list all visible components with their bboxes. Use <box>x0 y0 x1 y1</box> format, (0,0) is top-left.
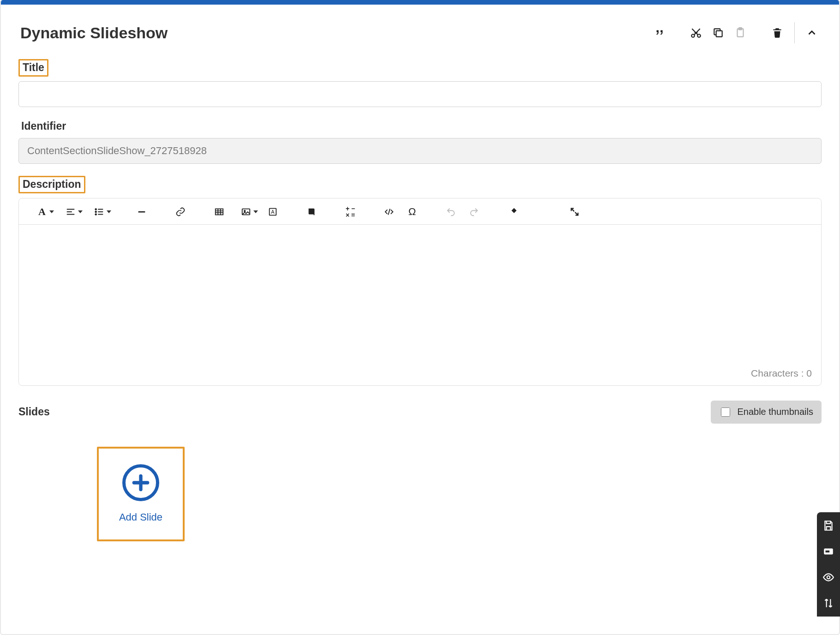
editor-body[interactable] <box>19 225 821 363</box>
reorder-icon[interactable] <box>822 596 835 610</box>
description-label: Description <box>18 176 85 193</box>
text-box-icon[interactable]: A <box>263 204 283 220</box>
collapse-icon[interactable] <box>804 25 820 41</box>
form-icon[interactable] <box>822 545 835 558</box>
header-toolbar <box>651 22 820 43</box>
redo-icon[interactable] <box>464 204 484 220</box>
paste-icon[interactable] <box>732 25 748 41</box>
field-identifier: Identifier <box>18 119 822 164</box>
enable-thumbnails-checkbox[interactable] <box>721 407 730 417</box>
code-icon[interactable] <box>379 204 399 220</box>
horizontal-rule-icon[interactable] <box>132 204 152 220</box>
eraser-icon[interactable] <box>503 204 523 220</box>
section-header: Dynamic Slideshow <box>18 0 822 47</box>
field-title: Title <box>18 59 822 107</box>
enable-thumbnails-label: Enable thumbnails <box>737 407 813 417</box>
identifier-label: Identifier <box>18 119 69 134</box>
rich-text-editor: A <box>18 198 822 386</box>
add-slide-label: Add Slide <box>119 511 162 523</box>
copy-icon[interactable] <box>710 25 726 41</box>
svg-point-1 <box>697 34 701 37</box>
slides-area: Add Slide <box>18 447 822 541</box>
image-icon[interactable] <box>232 204 260 220</box>
title-input[interactable] <box>18 81 822 107</box>
side-rail <box>817 512 840 617</box>
identifier-input <box>18 138 822 164</box>
svg-point-15 <box>827 576 830 579</box>
math-icon[interactable]: + −× = <box>340 204 360 220</box>
slides-label: Slides <box>18 405 53 419</box>
svg-point-6 <box>95 211 96 212</box>
add-slide-button[interactable]: Add Slide <box>97 447 185 541</box>
list-icon[interactable] <box>85 204 113 220</box>
editor-toolbar: A <box>19 198 821 225</box>
svg-point-7 <box>95 214 96 215</box>
svg-point-5 <box>95 209 96 210</box>
title-label: Title <box>18 59 48 77</box>
toolbar-separator <box>794 22 795 43</box>
plus-circle-icon <box>122 464 159 501</box>
save-icon[interactable] <box>822 519 835 533</box>
font-style-icon[interactable]: A <box>28 204 56 220</box>
book-icon[interactable] <box>301 204 322 220</box>
svg-point-10 <box>244 210 246 212</box>
quote-icon[interactable] <box>651 25 667 41</box>
fullscreen-icon[interactable] <box>564 204 585 220</box>
svg-rect-2 <box>716 31 722 37</box>
link-icon[interactable] <box>170 204 191 220</box>
omega-icon[interactable]: Ω <box>402 204 422 220</box>
align-icon[interactable] <box>57 204 84 220</box>
slides-header: Slides Enable thumbnails <box>18 401 822 424</box>
svg-rect-8 <box>216 209 223 215</box>
svg-rect-14 <box>826 551 830 552</box>
field-description: Description A <box>18 176 822 386</box>
svg-point-0 <box>691 34 695 37</box>
enable-thumbnails-toggle[interactable]: Enable thumbnails <box>711 401 822 424</box>
svg-text:A: A <box>271 209 275 214</box>
undo-icon[interactable] <box>441 204 461 220</box>
delete-icon[interactable] <box>769 25 785 41</box>
table-icon[interactable] <box>209 204 229 220</box>
svg-rect-4 <box>739 28 742 30</box>
cut-icon[interactable] <box>688 25 704 41</box>
editor-char-count: Characters : 0 <box>19 363 821 385</box>
page-title: Dynamic Slideshow <box>20 24 168 42</box>
preview-icon[interactable] <box>822 570 835 584</box>
